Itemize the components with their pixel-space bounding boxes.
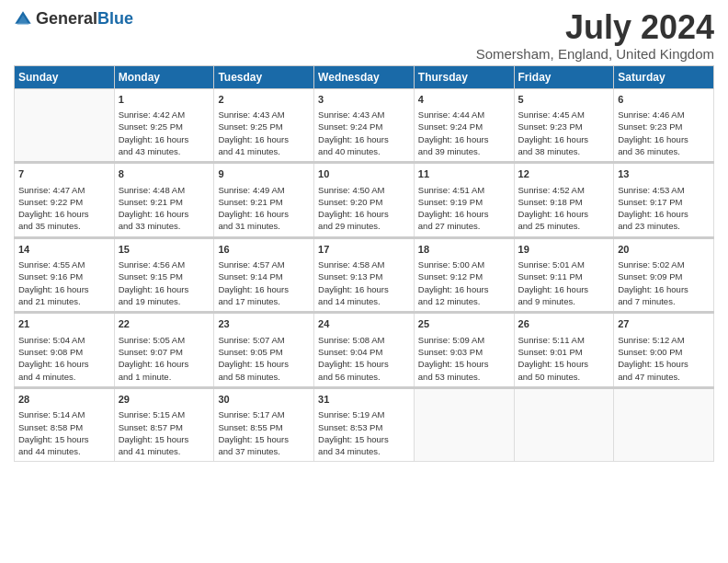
calendar-cell: 27Sunrise: 5:12 AMSunset: 9:00 PMDayligh… (614, 313, 714, 388)
date-number: 18 (418, 243, 510, 257)
cell-text: Sunrise: 5:09 AM (418, 334, 510, 346)
cell-text: Daylight: 16 hours (119, 208, 210, 220)
calendar-cell: 20Sunrise: 5:02 AMSunset: 9:09 PMDayligh… (614, 237, 714, 313)
date-number: 31 (318, 393, 410, 407)
cell-text: Daylight: 15 hours (418, 358, 510, 370)
cell-text: Sunset: 9:01 PM (518, 346, 610, 358)
cell-text: Daylight: 16 hours (418, 208, 510, 220)
calendar-cell: 21Sunrise: 5:04 AMSunset: 9:08 PMDayligh… (15, 313, 115, 388)
calendar-body: 1Sunrise: 4:42 AMSunset: 9:25 PMDaylight… (15, 88, 714, 462)
cell-text: Sunset: 9:09 PM (618, 270, 710, 282)
cell-text: Daylight: 16 hours (18, 283, 110, 295)
cell-text: Sunset: 9:04 PM (318, 346, 410, 358)
cell-text: Sunset: 8:57 PM (119, 421, 210, 433)
calendar-cell (15, 88, 115, 163)
header-cell-monday: Monday (114, 65, 214, 88)
cell-text: Sunset: 9:14 PM (218, 270, 310, 282)
calendar-cell: 2Sunrise: 4:43 AMSunset: 9:25 PMDaylight… (214, 88, 314, 163)
cell-text: Daylight: 16 hours (518, 208, 610, 220)
title-area: July 2024 Somersham, England, United Kin… (476, 9, 714, 62)
cell-text: Daylight: 15 hours (218, 358, 310, 370)
cell-text: and 12 minutes. (418, 295, 510, 307)
logo-icon (14, 10, 32, 29)
calendar-cell: 12Sunrise: 4:52 AMSunset: 9:18 PMDayligh… (514, 163, 614, 238)
calendar-cell: 23Sunrise: 5:07 AMSunset: 9:05 PMDayligh… (214, 313, 314, 388)
cell-text: Sunset: 9:21 PM (218, 196, 310, 208)
cell-text: Daylight: 16 hours (518, 283, 610, 295)
header-cell-saturday: Saturday (614, 65, 714, 88)
date-number: 21 (18, 317, 110, 331)
cell-text: Sunrise: 5:01 AM (518, 259, 610, 270)
cell-text: Sunset: 9:12 PM (418, 270, 510, 282)
cell-text: Sunset: 9:25 PM (119, 121, 210, 132)
cell-text: and 23 minutes. (618, 220, 710, 232)
date-number: 5 (518, 93, 610, 107)
cell-text: Daylight: 15 hours (18, 433, 110, 445)
cell-text: Daylight: 16 hours (618, 208, 710, 220)
calendar-week-4: 21Sunrise: 5:04 AMSunset: 9:08 PMDayligh… (15, 313, 714, 388)
cell-text: and 9 minutes. (518, 295, 610, 307)
calendar-cell: 6Sunrise: 4:46 AMSunset: 9:23 PMDaylight… (614, 88, 714, 163)
cell-text: Sunset: 9:16 PM (18, 270, 110, 282)
cell-text: Sunrise: 4:52 AM (518, 184, 610, 196)
header-cell-friday: Friday (514, 65, 614, 88)
cell-text: Sunrise: 4:51 AM (418, 184, 510, 196)
calendar-cell: 17Sunrise: 4:58 AMSunset: 9:13 PMDayligh… (314, 237, 415, 313)
header-cell-wednesday: Wednesday (314, 65, 415, 88)
cell-text: Daylight: 16 hours (618, 133, 710, 145)
cell-text: Sunrise: 4:47 AM (18, 184, 110, 196)
header-row: SundayMondayTuesdayWednesdayThursdayFrid… (15, 65, 714, 88)
cell-text: Daylight: 16 hours (218, 133, 310, 145)
calendar-cell: 4Sunrise: 4:44 AMSunset: 9:24 PMDaylight… (414, 88, 514, 163)
date-number: 15 (119, 243, 210, 257)
date-number: 30 (218, 393, 310, 407)
cell-text: Sunset: 8:55 PM (218, 421, 310, 433)
cell-text: and 43 minutes. (119, 145, 210, 157)
cell-text: Sunset: 9:22 PM (18, 196, 110, 208)
date-number: 6 (618, 93, 710, 107)
cell-text: Sunrise: 4:58 AM (318, 259, 410, 270)
cell-text: and 7 minutes. (618, 295, 710, 307)
cell-text: and 50 minutes. (518, 371, 610, 383)
cell-text: and 40 minutes. (318, 145, 410, 157)
cell-text: Sunrise: 4:50 AM (318, 184, 410, 196)
date-number: 2 (218, 93, 310, 107)
calendar-cell: 29Sunrise: 5:15 AMSunset: 8:57 PMDayligh… (114, 387, 214, 462)
cell-text: Daylight: 16 hours (518, 133, 610, 145)
date-number: 29 (119, 393, 210, 407)
cell-text: and 53 minutes. (418, 371, 510, 383)
cell-text: Sunset: 9:11 PM (518, 270, 610, 282)
cell-text: Sunset: 9:23 PM (518, 121, 610, 132)
cell-text: and 37 minutes. (218, 445, 310, 457)
cell-text: Sunrise: 5:02 AM (618, 259, 710, 270)
calendar-cell: 13Sunrise: 4:53 AMSunset: 9:17 PMDayligh… (614, 163, 714, 238)
date-number: 8 (119, 167, 210, 181)
calendar-week-2: 7Sunrise: 4:47 AMSunset: 9:22 PMDaylight… (15, 163, 714, 238)
cell-text: Sunset: 9:25 PM (218, 121, 310, 132)
cell-text: Sunrise: 4:43 AM (218, 109, 310, 121)
calendar-cell: 14Sunrise: 4:55 AMSunset: 9:16 PMDayligh… (15, 237, 115, 313)
cell-text: Sunset: 8:58 PM (18, 421, 110, 433)
calendar-cell: 25Sunrise: 5:09 AMSunset: 9:03 PMDayligh… (414, 313, 514, 388)
cell-text: Sunrise: 4:44 AM (418, 109, 510, 121)
date-number: 13 (618, 167, 710, 181)
cell-text: Sunrise: 4:46 AM (618, 109, 710, 121)
calendar-cell: 8Sunrise: 4:48 AMSunset: 9:21 PMDaylight… (114, 163, 214, 238)
calendar-cell: 24Sunrise: 5:08 AMSunset: 9:04 PMDayligh… (314, 313, 415, 388)
cell-text: Sunset: 9:19 PM (418, 196, 510, 208)
cell-text: and 36 minutes. (618, 145, 710, 157)
date-number: 1 (119, 93, 210, 107)
cell-text: and 14 minutes. (318, 295, 410, 307)
calendar-cell: 18Sunrise: 5:00 AMSunset: 9:12 PMDayligh… (414, 237, 514, 313)
cell-text: and 56 minutes. (318, 371, 410, 383)
cell-text: Daylight: 15 hours (618, 358, 710, 370)
cell-text: and 21 minutes. (18, 295, 110, 307)
cell-text: Sunset: 9:24 PM (418, 121, 510, 132)
cell-text: Sunrise: 4:49 AM (218, 184, 310, 196)
cell-text: Sunset: 9:24 PM (318, 121, 410, 132)
date-number: 22 (119, 317, 210, 331)
cell-text: Sunrise: 5:12 AM (618, 334, 710, 346)
date-number: 11 (418, 167, 510, 181)
cell-text: Daylight: 16 hours (318, 283, 410, 295)
calendar-cell: 15Sunrise: 4:56 AMSunset: 9:15 PMDayligh… (114, 237, 214, 313)
